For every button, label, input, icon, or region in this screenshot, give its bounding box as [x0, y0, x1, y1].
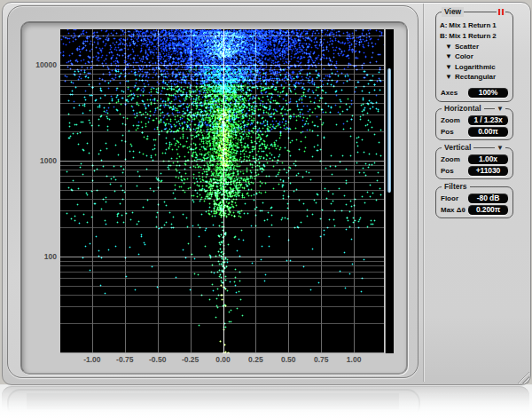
filters-legend: Filters	[442, 182, 470, 192]
h-pos-value-box[interactable]: 0.00π	[468, 127, 508, 137]
chevron-down-icon: ▼	[445, 63, 452, 71]
scatter-plot-canvas	[60, 29, 384, 353]
x-tick-label: 0.25	[238, 355, 273, 364]
v-zoom-value-box[interactable]: 1.00x	[468, 154, 508, 164]
x-tick-label: 0.75	[303, 355, 339, 364]
vertical-scrollbar-thumb[interactable]	[387, 68, 391, 193]
maxdtheta-label: Max Δθ	[441, 206, 466, 214]
chevron-down-icon: ▼	[445, 73, 452, 81]
y-tick-label: 10000	[23, 60, 57, 69]
x-tick-label: -1.00	[74, 355, 110, 364]
window-reflection	[0, 385, 532, 419]
y-tick-label: 1000	[23, 156, 57, 165]
chevron-down-icon[interactable]: ▼	[495, 105, 505, 114]
input-b-label: B: Mix 1 Return 2	[440, 32, 497, 40]
chevron-down-icon: ▼	[445, 43, 452, 51]
vertical-groupbox: Vertical ▼ Zoom 1.00x Pos +11030	[435, 147, 513, 179]
dropdown-rectangular[interactable]: ▼Rectangular	[445, 73, 496, 81]
filters-groupbox: Filters Floor -80 dB Max Δθ 0.200π	[435, 186, 513, 218]
horizontal-legend: Horizontal	[442, 104, 484, 114]
x-tick-label: 0.00	[206, 355, 241, 364]
v-pos-value-box[interactable]: +11030	[468, 166, 508, 176]
maxdtheta-value-box[interactable]: 0.200π	[468, 205, 508, 215]
axes-label: Axes	[441, 89, 458, 97]
view-groupbox: View A: Mix 1 Return 1 B: Mix 1 Return 2…	[435, 12, 513, 102]
panel-divider	[423, 4, 424, 382]
dropdown-color[interactable]: ▼Color	[445, 52, 473, 60]
chevron-down-icon: ▼	[445, 52, 452, 60]
v-pos-label: Pos	[441, 167, 454, 175]
pause-icon[interactable]	[497, 9, 505, 15]
horizontal-groupbox: Horizontal ▼ Zoom 1 / 1.23x Pos 0.00π	[435, 108, 513, 140]
h-zoom-value-box[interactable]: 1 / 1.23x	[468, 115, 508, 125]
floor-label: Floor	[441, 194, 458, 202]
x-tick-label: 1.00	[336, 355, 372, 364]
x-tick-label: -0.25	[173, 355, 208, 364]
vertical-legend: Vertical	[442, 143, 473, 153]
input-a-label: A: Mix 1 Return 1	[440, 21, 497, 29]
y-tick-label: 100	[23, 252, 57, 261]
v-zoom-label: Zoom	[441, 155, 460, 163]
dropdown-scatter[interactable]: ▼Scatter	[445, 43, 479, 51]
analyzer-app: 100001000100 -1.00-0.75-0.50-0.250.000.2…	[0, 0, 532, 419]
axes-value-box[interactable]: 100%	[468, 88, 508, 98]
chevron-down-icon[interactable]: ▼	[495, 144, 505, 153]
x-tick-label: -0.75	[107, 355, 143, 364]
h-zoom-label: Zoom	[441, 116, 460, 124]
dropdown-logarithmic[interactable]: ▼Logarithmic	[445, 63, 496, 71]
h-pos-label: Pos	[441, 128, 454, 136]
floor-value-box[interactable]: -80 dB	[468, 194, 508, 203]
x-tick-label: 0.50	[270, 355, 306, 364]
x-tick-label: -0.50	[140, 355, 176, 364]
view-legend: View	[442, 7, 464, 17]
vertical-scrollbar-track[interactable]	[385, 29, 394, 353]
